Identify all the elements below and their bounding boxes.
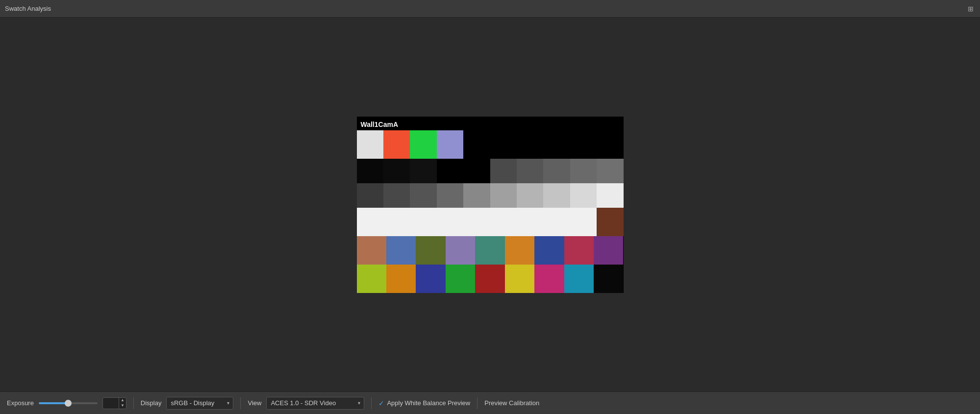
swatch-row-1 [357,130,624,159]
swatch-m6[interactable] [490,183,517,208]
swatch-m2[interactable] [383,183,410,208]
swatch-d1[interactable] [357,265,386,293]
separator-4 [477,397,477,409]
swatch-g4[interactable] [437,159,463,183]
swatch-d9[interactable] [594,265,623,293]
apply-wb-label: Apply White Balance Preview [387,399,470,407]
swatch-d5[interactable] [475,265,504,293]
swatch-g10[interactable] [597,159,623,183]
swatch-c8[interactable] [564,236,594,265]
main-canvas: Wall1CamA [0,18,980,391]
apply-wb-checkbox-label[interactable]: ✓ Apply White Balance Preview [378,399,470,407]
swatch-c9[interactable] [594,236,623,265]
swatch-c5[interactable] [475,236,504,265]
swatch-m1[interactable] [357,183,383,208]
swatch-g1[interactable] [357,159,383,183]
swatch-d8[interactable] [564,265,594,293]
separator-1 [133,397,134,409]
swatch-d4[interactable] [446,265,475,293]
swatch-g3[interactable] [410,159,436,183]
swatch-d2[interactable] [386,265,416,293]
swatch-white-large[interactable] [357,208,597,236]
swatch-c1[interactable] [357,236,386,265]
swatch-red[interactable] [383,130,410,159]
swatch-row-2 [357,159,624,183]
swatch-c7[interactable] [534,236,564,265]
exposure-number-field[interactable]: 0 [103,400,119,407]
swatch-row-6 [357,265,624,293]
swatch-black-fill [463,130,623,159]
checkmark-icon: ✓ [378,399,384,407]
preview-calibration-label: Preview Calibration [484,399,539,407]
exposure-slider-container[interactable] [39,402,98,404]
swatch-d6[interactable] [505,265,534,293]
swatch-c4[interactable] [446,236,475,265]
swatch-purple[interactable] [437,130,463,159]
swatch-row-5 [357,236,624,265]
display-label: Display [141,399,162,407]
swatch-m4[interactable] [437,183,463,208]
swatch-c6[interactable] [505,236,534,265]
window-title: Swatch Analysis [5,5,51,12]
swatch-row-3 [357,183,624,208]
exposure-spinners[interactable]: ▲ ▼ [119,398,126,409]
exposure-value-input[interactable]: 0 ▲ ▼ [102,397,126,409]
swatch-m7[interactable] [517,183,543,208]
window-controls: ⊞ [966,4,975,13]
swatch-g7[interactable] [517,159,543,183]
swatch-m10[interactable] [597,183,623,208]
swatch-g6[interactable] [490,159,517,183]
separator-2 [240,397,241,409]
swatch-g5[interactable] [463,159,490,183]
exposure-down-button[interactable]: ▼ [119,403,126,409]
view-dropdown[interactable]: ACES 1.0 - SDR Video ACES 1.0 - HDR Vide… [266,397,364,410]
swatch-g9[interactable] [570,159,597,183]
swatch-m9[interactable] [570,183,597,208]
swatch-g2[interactable] [383,159,410,183]
swatch-m3[interactable] [410,183,436,208]
swatch-brown[interactable] [597,208,623,236]
restore-icon[interactable]: ⊞ [966,4,975,13]
swatch-green[interactable] [410,130,436,159]
swatch-title: Wall1CamA [357,117,624,130]
exposure-up-button[interactable]: ▲ [119,398,126,403]
swatch-d3[interactable] [416,265,445,293]
view-label: View [248,399,261,407]
swatch-row-4 [357,208,624,236]
toolbar: Exposure 0 ▲ ▼ Display sRGB - Display P3… [0,391,980,414]
swatch-g8[interactable] [543,159,570,183]
swatch-c3[interactable] [416,236,445,265]
swatch-white[interactable] [357,130,383,159]
swatch-m5[interactable] [463,183,490,208]
view-dropdown-wrapper[interactable]: ACES 1.0 - SDR Video ACES 1.0 - HDR Vide… [266,397,364,410]
exposure-label: Exposure [7,399,34,407]
swatch-m8[interactable] [543,183,570,208]
swatch-panel: Wall1CamA [357,117,624,293]
display-dropdown[interactable]: sRGB - Display P3 - Display Rec.709 - Di… [166,397,233,410]
titlebar: Swatch Analysis ⊞ [0,0,980,18]
swatch-d7[interactable] [534,265,564,293]
separator-3 [371,397,372,409]
exposure-slider[interactable] [39,402,98,404]
display-dropdown-wrapper[interactable]: sRGB - Display P3 - Display Rec.709 - Di… [166,397,233,410]
swatch-c2[interactable] [386,236,416,265]
